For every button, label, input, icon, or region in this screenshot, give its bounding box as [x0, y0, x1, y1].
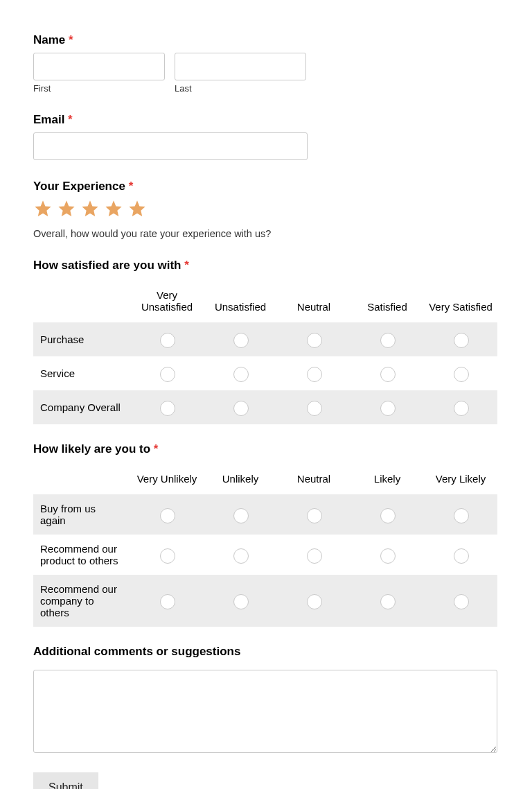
likelihood-radio[interactable] — [233, 508, 249, 523]
star-icon[interactable] — [127, 199, 147, 218]
experience-label: Your Experience * — [33, 180, 499, 193]
matrix-row: Service — [33, 356, 497, 390]
likelihood-title-text: How likely are you to — [33, 442, 150, 456]
likelihood-radio[interactable] — [380, 548, 396, 564]
satisfaction-radio[interactable] — [380, 333, 396, 348]
satisfaction-radio[interactable] — [380, 367, 396, 382]
star-icon[interactable] — [57, 199, 76, 218]
likelihood-title: How likely are you to * — [33, 442, 499, 456]
matrix-col-header: Very Unlikely — [130, 467, 204, 494]
likelihood-radio[interactable] — [307, 594, 322, 609]
matrix-col-header: Neutral — [277, 284, 351, 322]
satisfaction-radio[interactable] — [160, 367, 175, 382]
satisfaction-radio[interactable] — [233, 401, 249, 416]
star-icon[interactable] — [80, 199, 100, 218]
name-label-text: Name — [33, 33, 65, 46]
likelihood-radio[interactable] — [380, 508, 396, 523]
satisfaction-radio[interactable] — [307, 333, 322, 348]
satisfaction-radio[interactable] — [307, 401, 322, 416]
likelihood-radio[interactable] — [454, 594, 469, 609]
required-asterisk: * — [154, 442, 159, 456]
satisfaction-radio[interactable] — [160, 333, 175, 348]
required-asterisk: * — [68, 113, 73, 126]
matrix-row: Purchase — [33, 322, 497, 356]
star-icon[interactable] — [33, 199, 53, 218]
first-name-sublabel: First — [33, 83, 165, 94]
matrix-row: Recommend our product to others — [33, 535, 497, 575]
experience-helper: Overall, how would you rate your experie… — [33, 228, 499, 239]
matrix-row: Buy from us again — [33, 494, 497, 535]
star-icon[interactable] — [104, 199, 123, 218]
satisfaction-radio[interactable] — [307, 367, 322, 382]
likelihood-radio[interactable] — [233, 548, 249, 564]
matrix-corner — [33, 284, 130, 322]
matrix-row-label: Recommend our company to others — [33, 575, 130, 627]
comments-textarea[interactable] — [33, 670, 497, 753]
matrix-col-header: Very Likely — [424, 467, 497, 494]
last-name-sublabel: Last — [175, 83, 306, 94]
email-label-text: Email — [33, 113, 64, 126]
matrix-col-header: Very Unsatisfied — [130, 284, 204, 322]
matrix-col-header: Neutral — [277, 467, 351, 494]
satisfaction-title-text: How satisfied are you with — [33, 259, 181, 272]
required-asterisk: * — [69, 33, 73, 46]
matrix-corner — [33, 467, 130, 494]
likelihood-radio[interactable] — [233, 594, 249, 609]
experience-label-text: Your Experience — [33, 180, 125, 193]
matrix-col-header: Very Satisfied — [424, 284, 497, 322]
satisfaction-radio[interactable] — [233, 333, 249, 348]
star-rating — [33, 199, 499, 218]
likelihood-radio[interactable] — [380, 594, 396, 609]
comments-label: Additional comments or suggestions — [33, 645, 499, 659]
matrix-col-header: Unlikely — [204, 467, 277, 494]
satisfaction-title: How satisfied are you with * — [33, 259, 499, 272]
satisfaction-radio[interactable] — [454, 367, 469, 382]
likelihood-radio[interactable] — [160, 508, 175, 523]
matrix-col-header: Satisfied — [351, 284, 424, 322]
satisfaction-radio[interactable] — [454, 333, 469, 348]
satisfaction-radio[interactable] — [233, 367, 249, 382]
experience-field: Your Experience * Overall, how would you… — [33, 180, 499, 239]
matrix-row-label: Service — [33, 356, 130, 390]
required-asterisk: * — [184, 259, 189, 272]
name-field: Name * First Last — [33, 33, 499, 94]
email-input[interactable] — [33, 132, 308, 160]
likelihood-radio[interactable] — [307, 548, 322, 564]
matrix-col-header: Unsatisfied — [204, 284, 277, 322]
last-name-col: Last — [175, 53, 306, 94]
matrix-row-label: Recommend our product to others — [33, 535, 130, 575]
likelihood-radio[interactable] — [454, 508, 469, 523]
matrix-row-label: Buy from us again — [33, 494, 130, 535]
satisfaction-radio[interactable] — [454, 401, 469, 416]
satisfaction-matrix: Very Unsatisfied Unsatisfied Neutral Sat… — [33, 284, 497, 424]
likelihood-radio[interactable] — [454, 548, 469, 564]
matrix-row-label: Purchase — [33, 322, 130, 356]
last-name-input[interactable] — [175, 53, 306, 80]
likelihood-radio[interactable] — [160, 594, 175, 609]
first-name-input[interactable] — [33, 53, 165, 80]
required-asterisk: * — [129, 180, 134, 193]
matrix-row: Company Overall — [33, 390, 497, 424]
submit-button[interactable]: Submit — [33, 772, 98, 789]
matrix-row-label: Company Overall — [33, 390, 130, 424]
matrix-row: Recommend our company to others — [33, 575, 497, 627]
satisfaction-radio[interactable] — [160, 401, 175, 416]
first-name-col: First — [33, 53, 165, 94]
satisfaction-radio[interactable] — [380, 401, 396, 416]
email-field: Email * — [33, 113, 499, 160]
likelihood-radio[interactable] — [307, 508, 322, 523]
email-label: Email * — [33, 113, 499, 127]
matrix-col-header: Likely — [351, 467, 424, 494]
name-label: Name * — [33, 33, 499, 47]
likelihood-radio[interactable] — [160, 548, 175, 564]
likelihood-matrix: Very Unlikely Unlikely Neutral Likely Ve… — [33, 467, 497, 627]
name-row: First Last — [33, 53, 499, 94]
